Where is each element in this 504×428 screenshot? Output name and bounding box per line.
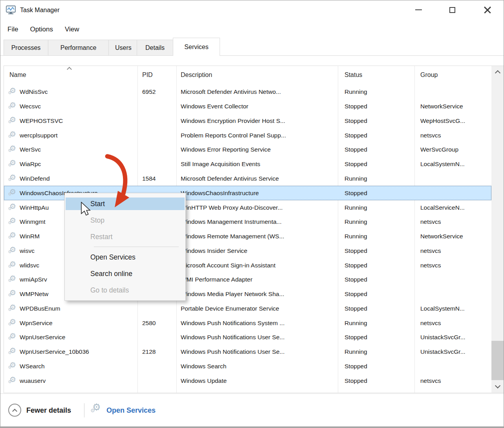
- service-gear-icon: [8, 145, 18, 154]
- service-description: Windows Media Player Network Sha...: [181, 291, 284, 298]
- service-group: netsvcs: [420, 262, 441, 269]
- column-header-description[interactable]: Description: [181, 71, 212, 79]
- chevron-up-icon: [12, 409, 17, 414]
- service-row[interactable]: wercplsupport Problem Reports Control Pa…: [4, 128, 491, 143]
- service-name: wuauserv: [20, 377, 46, 384]
- service-row[interactable]: WiaRpc Still Image Acquisition Events St…: [4, 157, 491, 172]
- service-gear-icon: [8, 174, 18, 183]
- vertical-scrollbar[interactable]: [491, 66, 504, 393]
- service-status: Stopped: [345, 103, 367, 110]
- service-status: Stopped: [345, 305, 367, 312]
- service-name: wlidsvc: [20, 262, 39, 269]
- menu-options[interactable]: Options: [28, 25, 55, 34]
- context-menu-item-open-services[interactable]: Open Services: [66, 249, 185, 265]
- close-button[interactable]: [477, 0, 498, 19]
- service-group: UnistackSvcGr...: [420, 334, 466, 341]
- service-row[interactable]: wuauserv Windows Update Stopped netsvcs: [4, 373, 491, 388]
- service-pid: 2580: [142, 320, 156, 327]
- service-gear-icon: [8, 203, 18, 212]
- title-bar: Task Manager: [0, 0, 504, 20]
- chevron-up-icon: [495, 70, 500, 76]
- service-description: WindowsChaosInfrastructure: [181, 190, 259, 197]
- service-description: Windows Push Notifications User Se...: [181, 334, 284, 341]
- context-menu-separator: [94, 247, 179, 247]
- fewer-details-label[interactable]: Fewer details: [26, 394, 71, 427]
- service-pid: 1584: [142, 175, 156, 182]
- service-group: LocalSystemN...: [420, 305, 465, 312]
- service-status: Stopped: [345, 161, 367, 168]
- service-status: Running: [345, 233, 367, 240]
- column-header-status[interactable]: Status: [345, 71, 362, 79]
- service-row[interactable]: WdNisSvc 6952 Microsoft Defender Antivir…: [4, 85, 491, 99]
- service-name: wmiApSrv: [20, 276, 47, 283]
- service-status: Running: [345, 320, 367, 327]
- service-description: Microsoft Account Sign-in Assistant: [181, 262, 275, 269]
- service-row[interactable]: WinDefend 1584 Microsoft Defender Antivi…: [4, 172, 491, 186]
- tab-users[interactable]: Users: [108, 40, 137, 56]
- service-row[interactable]: WpnUserService_10b036 2128 Windows Push …: [4, 345, 491, 359]
- minimize-icon: [415, 9, 422, 11]
- scrollbar-thumb[interactable]: [491, 341, 504, 380]
- service-gear-icon: [8, 131, 18, 140]
- fewer-details-button[interactable]: [8, 404, 21, 417]
- tab-details[interactable]: Details: [137, 40, 173, 56]
- footer-divider: [84, 403, 84, 417]
- service-description: Windows Push Notifications User Se...: [181, 348, 284, 355]
- service-row[interactable]: WPDBusEnum Portable Device Enumerator Se…: [4, 301, 491, 316]
- service-description: Portable Device Enumerator Service: [181, 305, 279, 312]
- service-status: Running: [345, 218, 367, 225]
- service-status: Stopped: [345, 262, 367, 269]
- scroll-up-button[interactable]: [491, 66, 504, 78]
- service-name: WpnService: [20, 320, 53, 327]
- context-menu-item-go-to-details: Go to details: [66, 282, 185, 298]
- service-status: Running: [345, 348, 367, 355]
- service-row[interactable]: WEPHOSTSVC Windows Encryption Provider H…: [4, 114, 491, 128]
- column-header-pid[interactable]: PID: [142, 71, 153, 79]
- service-gear-icon: [8, 304, 18, 313]
- service-row[interactable]: WSearch Windows Search Stopped: [4, 359, 491, 374]
- maximize-icon: [449, 7, 455, 13]
- service-group: NetworkService: [420, 103, 463, 110]
- service-row[interactable]: WpnUserService Windows Push Notification…: [4, 330, 491, 345]
- column-header-name[interactable]: Name: [9, 71, 26, 79]
- service-gear-icon: [8, 376, 18, 386]
- context-menu-item-stop: Stop: [66, 212, 185, 229]
- service-gear-icon: [8, 116, 18, 126]
- service-name: WPDBusEnum: [20, 305, 60, 312]
- menu-view[interactable]: View: [63, 25, 81, 34]
- service-row[interactable]: WpnService 2580 Windows Push Notificatio…: [4, 316, 491, 330]
- scroll-down-button[interactable]: [491, 381, 504, 393]
- column-header-group[interactable]: Group: [420, 71, 438, 79]
- service-name: WpnUserService_10b036: [20, 348, 89, 355]
- service-status: Stopped: [345, 276, 367, 283]
- context-menu-item-start[interactable]: Start: [66, 196, 185, 212]
- service-description: Windows Search: [181, 363, 226, 370]
- menu-file[interactable]: File: [6, 25, 20, 34]
- service-gear-icon: [8, 289, 18, 299]
- tab-performance[interactable]: Performance: [48, 40, 109, 56]
- context-menu-item-restart: Restart: [66, 229, 185, 245]
- minimize-button[interactable]: [408, 0, 429, 19]
- footer-bar: Fewer details Open Services: [0, 393, 504, 427]
- service-name: WinHttpAu: [20, 204, 49, 211]
- service-row[interactable]: Wecsvc Windows Event Collector Stopped N…: [4, 99, 491, 114]
- context-menu: StartStopRestartOpen ServicesSearch onli…: [64, 193, 186, 301]
- context-menu-item-search-online[interactable]: Search online: [66, 265, 185, 282]
- tab-services[interactable]: Services: [173, 38, 220, 56]
- service-description: Windows Management Instrumenta...: [181, 218, 282, 225]
- service-name: WpnUserService: [20, 334, 65, 341]
- service-pid: 6952: [142, 88, 156, 95]
- tab-processes[interactable]: Processes: [4, 40, 48, 56]
- service-row[interactable]: WerSvc Windows Error Reporting Service S…: [4, 143, 491, 157]
- service-group: UnistackSvcGr...: [420, 348, 466, 355]
- maximize-button[interactable]: [442, 0, 462, 19]
- service-group: WerSvcGroup: [420, 146, 458, 153]
- service-name: WSearch: [20, 363, 45, 370]
- service-status: Stopped: [345, 247, 367, 254]
- menu-bar: File Options View: [6, 21, 90, 38]
- service-name: Winmgmt: [20, 218, 45, 225]
- service-name: WiaRpc: [20, 161, 41, 168]
- service-gear-icon: [8, 261, 18, 270]
- open-services-link[interactable]: Open Services: [106, 394, 156, 427]
- service-description: Still Image Acquisition Events: [181, 161, 260, 168]
